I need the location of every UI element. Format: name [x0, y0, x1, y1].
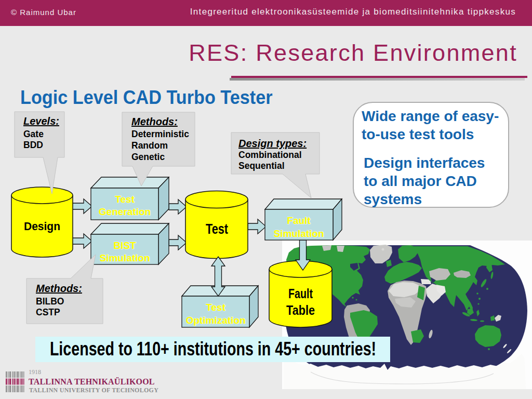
- svg-text:Test: Test: [206, 221, 228, 237]
- svg-text:Combinational: Combinational: [238, 150, 302, 160]
- svg-text:Generation: Generation: [99, 206, 151, 217]
- svg-text:Simulation: Simulation: [273, 228, 324, 239]
- svg-text:BILBO: BILBO: [36, 296, 64, 307]
- svg-text:Design types:: Design types:: [238, 138, 307, 149]
- svg-text:Fault: Fault: [288, 286, 313, 301]
- svg-text:Fault: Fault: [287, 215, 311, 226]
- svg-text:Deterministic: Deterministic: [131, 129, 189, 139]
- svg-text:Random: Random: [131, 140, 168, 151]
- svg-text:Test: Test: [115, 194, 135, 205]
- svg-text:BIST: BIST: [113, 240, 136, 251]
- svg-text:Design: Design: [24, 220, 60, 233]
- svg-text:Simulation: Simulation: [99, 252, 150, 263]
- svg-text:Table: Table: [286, 303, 315, 317]
- svg-text:Methods:: Methods:: [131, 116, 178, 127]
- svg-text:Sequential: Sequential: [238, 161, 285, 171]
- svg-text:Gate: Gate: [23, 129, 44, 139]
- svg-text:Levels:: Levels:: [23, 115, 59, 127]
- svg-text:Genetic: Genetic: [131, 152, 165, 162]
- svg-text:CSTP: CSTP: [36, 307, 60, 317]
- svg-text:Optimization: Optimization: [185, 315, 245, 326]
- svg-text:Test: Test: [206, 302, 225, 313]
- svg-text:Methods:: Methods:: [36, 283, 82, 294]
- svg-text:BDD: BDD: [23, 140, 43, 150]
